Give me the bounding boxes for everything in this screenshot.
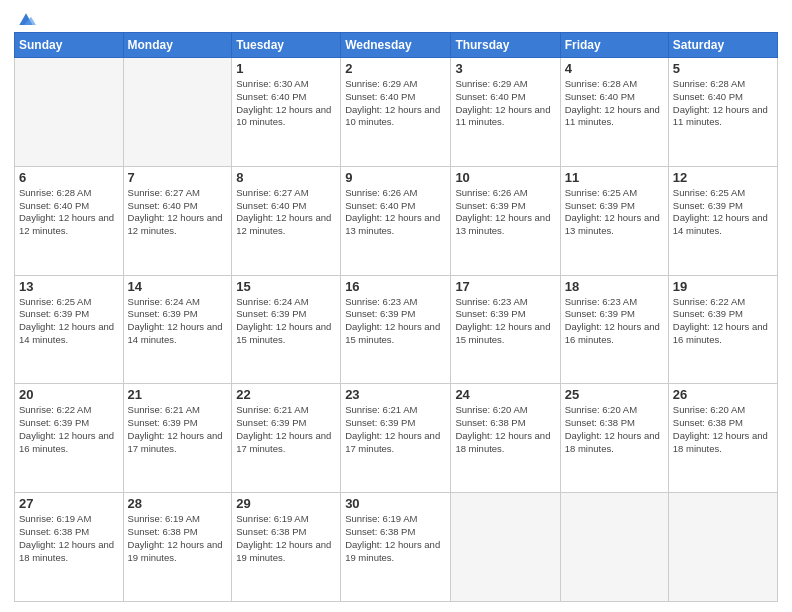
day-info: Sunrise: 6:25 AM Sunset: 6:39 PM Dayligh…: [565, 187, 664, 238]
day-number: 9: [345, 170, 446, 185]
calendar-cell: 3Sunrise: 6:29 AM Sunset: 6:40 PM Daylig…: [451, 58, 560, 167]
day-number: 29: [236, 496, 336, 511]
day-number: 3: [455, 61, 555, 76]
day-info: Sunrise: 6:28 AM Sunset: 6:40 PM Dayligh…: [565, 78, 664, 129]
day-info: Sunrise: 6:21 AM Sunset: 6:39 PM Dayligh…: [236, 404, 336, 455]
calendar-cell: 11Sunrise: 6:25 AM Sunset: 6:39 PM Dayli…: [560, 166, 668, 275]
calendar-cell: 9Sunrise: 6:26 AM Sunset: 6:40 PM Daylig…: [341, 166, 451, 275]
day-number: 30: [345, 496, 446, 511]
col-header-saturday: Saturday: [668, 33, 777, 58]
day-info: Sunrise: 6:24 AM Sunset: 6:39 PM Dayligh…: [236, 296, 336, 347]
calendar-cell: 12Sunrise: 6:25 AM Sunset: 6:39 PM Dayli…: [668, 166, 777, 275]
calendar-cell: 20Sunrise: 6:22 AM Sunset: 6:39 PM Dayli…: [15, 384, 124, 493]
calendar-table: SundayMondayTuesdayWednesdayThursdayFrid…: [14, 32, 778, 602]
calendar-cell: 26Sunrise: 6:20 AM Sunset: 6:38 PM Dayli…: [668, 384, 777, 493]
day-info: Sunrise: 6:23 AM Sunset: 6:39 PM Dayligh…: [345, 296, 446, 347]
calendar-cell: 30Sunrise: 6:19 AM Sunset: 6:38 PM Dayli…: [341, 493, 451, 602]
day-info: Sunrise: 6:20 AM Sunset: 6:38 PM Dayligh…: [673, 404, 773, 455]
day-number: 24: [455, 387, 555, 402]
calendar-cell: 19Sunrise: 6:22 AM Sunset: 6:39 PM Dayli…: [668, 275, 777, 384]
calendar-cell: 10Sunrise: 6:26 AM Sunset: 6:39 PM Dayli…: [451, 166, 560, 275]
calendar-cell: 21Sunrise: 6:21 AM Sunset: 6:39 PM Dayli…: [123, 384, 232, 493]
day-info: Sunrise: 6:21 AM Sunset: 6:39 PM Dayligh…: [128, 404, 228, 455]
day-number: 8: [236, 170, 336, 185]
day-number: 21: [128, 387, 228, 402]
day-number: 11: [565, 170, 664, 185]
day-info: Sunrise: 6:25 AM Sunset: 6:39 PM Dayligh…: [673, 187, 773, 238]
calendar-cell: 1Sunrise: 6:30 AM Sunset: 6:40 PM Daylig…: [232, 58, 341, 167]
week-row-1: 1Sunrise: 6:30 AM Sunset: 6:40 PM Daylig…: [15, 58, 778, 167]
day-number: 13: [19, 279, 119, 294]
day-info: Sunrise: 6:26 AM Sunset: 6:39 PM Dayligh…: [455, 187, 555, 238]
logo: [14, 10, 36, 26]
calendar-cell: 29Sunrise: 6:19 AM Sunset: 6:38 PM Dayli…: [232, 493, 341, 602]
day-number: 7: [128, 170, 228, 185]
day-info: Sunrise: 6:22 AM Sunset: 6:39 PM Dayligh…: [19, 404, 119, 455]
day-number: 28: [128, 496, 228, 511]
header: [14, 10, 778, 26]
day-info: Sunrise: 6:19 AM Sunset: 6:38 PM Dayligh…: [345, 513, 446, 564]
day-number: 17: [455, 279, 555, 294]
calendar-cell: 28Sunrise: 6:19 AM Sunset: 6:38 PM Dayli…: [123, 493, 232, 602]
day-info: Sunrise: 6:30 AM Sunset: 6:40 PM Dayligh…: [236, 78, 336, 129]
calendar-cell: 4Sunrise: 6:28 AM Sunset: 6:40 PM Daylig…: [560, 58, 668, 167]
day-info: Sunrise: 6:23 AM Sunset: 6:39 PM Dayligh…: [455, 296, 555, 347]
day-number: 25: [565, 387, 664, 402]
day-info: Sunrise: 6:29 AM Sunset: 6:40 PM Dayligh…: [455, 78, 555, 129]
logo-icon: [16, 10, 36, 30]
calendar-cell: 6Sunrise: 6:28 AM Sunset: 6:40 PM Daylig…: [15, 166, 124, 275]
calendar-cell: 22Sunrise: 6:21 AM Sunset: 6:39 PM Dayli…: [232, 384, 341, 493]
calendar-cell: [451, 493, 560, 602]
calendar-cell: 14Sunrise: 6:24 AM Sunset: 6:39 PM Dayli…: [123, 275, 232, 384]
day-number: 22: [236, 387, 336, 402]
day-number: 16: [345, 279, 446, 294]
calendar-cell: [123, 58, 232, 167]
calendar-cell: 13Sunrise: 6:25 AM Sunset: 6:39 PM Dayli…: [15, 275, 124, 384]
day-info: Sunrise: 6:25 AM Sunset: 6:39 PM Dayligh…: [19, 296, 119, 347]
day-info: Sunrise: 6:27 AM Sunset: 6:40 PM Dayligh…: [128, 187, 228, 238]
calendar-cell: 8Sunrise: 6:27 AM Sunset: 6:40 PM Daylig…: [232, 166, 341, 275]
day-info: Sunrise: 6:29 AM Sunset: 6:40 PM Dayligh…: [345, 78, 446, 129]
calendar-cell: 23Sunrise: 6:21 AM Sunset: 6:39 PM Dayli…: [341, 384, 451, 493]
week-row-4: 20Sunrise: 6:22 AM Sunset: 6:39 PM Dayli…: [15, 384, 778, 493]
day-info: Sunrise: 6:20 AM Sunset: 6:38 PM Dayligh…: [565, 404, 664, 455]
day-number: 2: [345, 61, 446, 76]
calendar-cell: 25Sunrise: 6:20 AM Sunset: 6:38 PM Dayli…: [560, 384, 668, 493]
day-info: Sunrise: 6:20 AM Sunset: 6:38 PM Dayligh…: [455, 404, 555, 455]
col-header-wednesday: Wednesday: [341, 33, 451, 58]
day-number: 27: [19, 496, 119, 511]
day-number: 19: [673, 279, 773, 294]
day-info: Sunrise: 6:27 AM Sunset: 6:40 PM Dayligh…: [236, 187, 336, 238]
day-number: 14: [128, 279, 228, 294]
day-info: Sunrise: 6:24 AM Sunset: 6:39 PM Dayligh…: [128, 296, 228, 347]
day-number: 10: [455, 170, 555, 185]
calendar-cell: [668, 493, 777, 602]
day-number: 20: [19, 387, 119, 402]
col-header-monday: Monday: [123, 33, 232, 58]
day-info: Sunrise: 6:28 AM Sunset: 6:40 PM Dayligh…: [19, 187, 119, 238]
col-header-thursday: Thursday: [451, 33, 560, 58]
calendar-page: SundayMondayTuesdayWednesdayThursdayFrid…: [0, 0, 792, 612]
day-info: Sunrise: 6:19 AM Sunset: 6:38 PM Dayligh…: [19, 513, 119, 564]
col-header-friday: Friday: [560, 33, 668, 58]
calendar-cell: 24Sunrise: 6:20 AM Sunset: 6:38 PM Dayli…: [451, 384, 560, 493]
col-header-tuesday: Tuesday: [232, 33, 341, 58]
day-info: Sunrise: 6:28 AM Sunset: 6:40 PM Dayligh…: [673, 78, 773, 129]
calendar-cell: 18Sunrise: 6:23 AM Sunset: 6:39 PM Dayli…: [560, 275, 668, 384]
calendar-cell: 2Sunrise: 6:29 AM Sunset: 6:40 PM Daylig…: [341, 58, 451, 167]
day-number: 23: [345, 387, 446, 402]
day-info: Sunrise: 6:19 AM Sunset: 6:38 PM Dayligh…: [128, 513, 228, 564]
day-number: 1: [236, 61, 336, 76]
day-number: 6: [19, 170, 119, 185]
week-row-2: 6Sunrise: 6:28 AM Sunset: 6:40 PM Daylig…: [15, 166, 778, 275]
day-number: 12: [673, 170, 773, 185]
calendar-cell: 7Sunrise: 6:27 AM Sunset: 6:40 PM Daylig…: [123, 166, 232, 275]
day-number: 5: [673, 61, 773, 76]
calendar-cell: 17Sunrise: 6:23 AM Sunset: 6:39 PM Dayli…: [451, 275, 560, 384]
day-number: 26: [673, 387, 773, 402]
day-number: 4: [565, 61, 664, 76]
day-info: Sunrise: 6:26 AM Sunset: 6:40 PM Dayligh…: [345, 187, 446, 238]
week-row-5: 27Sunrise: 6:19 AM Sunset: 6:38 PM Dayli…: [15, 493, 778, 602]
day-info: Sunrise: 6:19 AM Sunset: 6:38 PM Dayligh…: [236, 513, 336, 564]
day-info: Sunrise: 6:23 AM Sunset: 6:39 PM Dayligh…: [565, 296, 664, 347]
